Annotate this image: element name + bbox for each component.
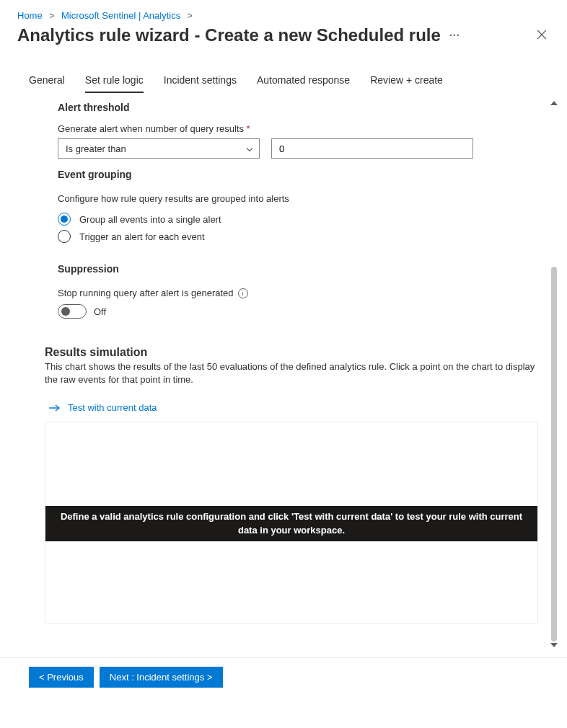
event-grouping-description: Configure how rule query results are gro…: [58, 193, 538, 204]
page-title-text: Analytics rule wizard - Create a new Sch…: [17, 25, 441, 45]
radio-icon: [58, 230, 71, 243]
suppression-toggle[interactable]: [58, 304, 87, 319]
breadcrumb-sentinel-analytics[interactable]: Microsoft Sentinel | Analytics: [61, 10, 180, 21]
radio-group-all[interactable]: Group all events into a single alert: [58, 213, 538, 226]
radio-trigger-each-label: Trigger an alert for each event: [79, 231, 205, 242]
arrow-right-icon: [49, 404, 61, 412]
tab-set-rule-logic[interactable]: Set rule logic: [85, 74, 144, 93]
suppression-state-text: Off: [94, 306, 106, 317]
chart-overlay-message: Define a valid analytics rule configurat…: [45, 506, 537, 541]
next-button[interactable]: Next : Incident settings >: [100, 667, 223, 688]
section-suppression: Suppression: [58, 263, 538, 275]
scroll-up-icon: [550, 101, 558, 105]
toggle-knob: [61, 307, 70, 316]
close-icon: [537, 30, 547, 40]
scroll-down-icon: [550, 643, 558, 647]
page-title: Analytics rule wizard - Create a new Sch…: [17, 25, 460, 45]
results-chart-area: Define a valid analytics rule configurat…: [45, 422, 538, 623]
radio-trigger-each[interactable]: Trigger an alert for each event: [58, 230, 538, 243]
tab-automated-response[interactable]: Automated response: [257, 74, 350, 93]
breadcrumb-separator: >: [49, 11, 54, 21]
breadcrumb: Home > Microsoft Sentinel | Analytics >: [0, 0, 567, 25]
tab-incident-settings[interactable]: Incident settings: [164, 74, 237, 93]
test-link-label: Test with current data: [68, 402, 157, 413]
operator-select[interactable]: Is greater than: [58, 138, 260, 159]
chevron-down-icon: [246, 143, 253, 154]
more-icon[interactable]: ···: [449, 30, 460, 41]
suppression-label: Stop running query after alert is genera…: [58, 288, 234, 298]
scroll-thumb[interactable]: [551, 267, 557, 642]
breadcrumb-home[interactable]: Home: [17, 10, 43, 21]
alert-threshold-label-text: Generate alert when number of query resu…: [58, 123, 244, 134]
test-with-current-data-link[interactable]: Test with current data: [49, 402, 538, 413]
section-alert-threshold: Alert threshold: [58, 102, 538, 113]
tabs: General Set rule logic Incident settings…: [0, 54, 567, 93]
alert-threshold-label: Generate alert when number of query resu…: [58, 123, 538, 134]
operator-select-value: Is greater than: [66, 143, 126, 154]
footer: < Previous Next : Incident settings >: [0, 657, 567, 688]
close-button[interactable]: [534, 27, 550, 45]
radio-icon: [58, 213, 71, 226]
results-simulation-description: This chart shows the results of the last…: [45, 360, 538, 386]
section-results-simulation: Results simulation: [45, 346, 538, 359]
info-icon[interactable]: i: [238, 288, 248, 298]
previous-button[interactable]: < Previous: [29, 667, 94, 688]
radio-group-all-label: Group all events into a single alert: [79, 214, 221, 225]
vertical-scrollbar[interactable]: [551, 101, 557, 647]
tab-general[interactable]: General: [29, 74, 65, 93]
threshold-value-input[interactable]: [271, 138, 473, 159]
breadcrumb-separator: >: [188, 11, 193, 21]
tab-review-create[interactable]: Review + create: [370, 74, 443, 93]
required-indicator: *: [247, 123, 250, 134]
section-event-grouping: Event grouping: [58, 169, 538, 180]
